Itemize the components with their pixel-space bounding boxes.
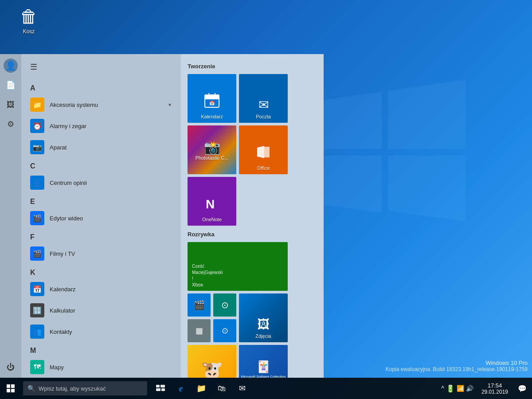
recycle-bin-icon: 🗑	[20, 7, 38, 27]
svg-rect-5	[264, 147, 270, 157]
left-sidebar: 👤 📄 🖼 ⚙ ⏻	[0, 54, 21, 378]
section-letter-k: K	[26, 264, 176, 278]
volume-icon[interactable]: 🔊	[466, 385, 473, 392]
explorer-taskbar-icon[interactable]: 📁	[192, 379, 211, 398]
svg-rect-11	[156, 385, 160, 387]
tile-friends[interactable]: 🐮	[188, 345, 236, 378]
edge-taskbar-icon[interactable]: e	[171, 379, 191, 398]
app-item-filmy[interactable]: 🎬 Filmy i TV	[26, 243, 176, 264]
search-placeholder-text: Wpisz tutaj, aby wyszukać	[39, 385, 106, 392]
app-name-centrum: Centrum opinii	[50, 180, 87, 186]
tile-small-camera-icon: ⊙	[222, 326, 228, 336]
xbox-label: Xbox	[192, 282, 223, 287]
app-icon-edytor: 🎬	[30, 211, 44, 225]
windows-logo-watermark	[324, 80, 466, 222]
win-edition: Windows 10 Pro	[386, 360, 528, 366]
tile-kalendarz-icon: 📅	[203, 91, 221, 112]
section-letter-m: M	[26, 342, 176, 356]
tile-onenote-icon: N	[204, 196, 220, 215]
tile-xbox[interactable]: CześćMaciejGajewski! Xbox	[188, 242, 288, 291]
app-list: A 📁 Akcesoria systemu ▼ ⏰ Alarmy i zegar…	[21, 80, 181, 378]
section-letter-f: F	[26, 229, 176, 243]
start-menu: 👤 📄 🖼 ⚙ ⏻ ☰ A 📁 Akcesoria systemu ▼ ⏰	[0, 54, 324, 378]
app-icon-akcesoria: 📁	[30, 98, 44, 112]
tile-small-groove[interactable]: ⊙	[213, 293, 236, 317]
tile-small-calc-icon: ▦	[196, 326, 203, 336]
tile-onenote[interactable]: N OneNote	[188, 177, 236, 226]
tile-zdjecia[interactable]: 🖼 Zdjęcia	[239, 293, 288, 342]
system-clock[interactable]: 17:54 29.01.2019	[477, 382, 512, 395]
store-taskbar-icon[interactable]: 🛍	[212, 379, 231, 398]
tile-office-label: Office	[257, 165, 270, 171]
sidebar-documents[interactable]: 📄	[2, 76, 20, 94]
app-icon-alarmy: ⏰	[30, 119, 44, 133]
taskbar-right: ^ 🔋 📶 🔊 17:54 29.01.2019 💬	[438, 379, 532, 398]
app-item-kontakty[interactable]: 👥 Kontakty	[26, 321, 176, 342]
app-name-alarmy: Alarmy i zegar	[50, 123, 86, 129]
chevron-up-icon[interactable]: ^	[441, 385, 444, 392]
start-button[interactable]	[0, 378, 21, 399]
hamburger-menu[interactable]: ☰	[21, 54, 181, 80]
tiles-row-2: 📸 Phototastic C... Office	[188, 125, 317, 226]
sidebar-photos[interactable]: 🖼	[2, 96, 20, 113]
app-item-mapy[interactable]: 🗺 Mapy	[26, 356, 176, 378]
tiles-panel: Tworzenie 📅 Kalendarz	[181, 54, 324, 378]
section-letter-e: E	[26, 193, 176, 207]
tiles-row-games-1: 🐮 🃏 Microsoft Solitaire Collection 🍬	[188, 345, 317, 378]
svg-rect-12	[160, 385, 165, 387]
app-item-kalendarz[interactable]: 📅 Kalendarz	[26, 278, 176, 300]
app-icon-filmy: 🎬	[30, 246, 44, 261]
tile-phototastic[interactable]: 📸 Phototastic C...	[188, 125, 236, 174]
task-view-button[interactable]	[151, 379, 170, 398]
svg-rect-10	[11, 389, 15, 392]
app-name-kalkulator: Kalkulator	[50, 307, 75, 314]
app-icon-kalkulator: 🔢	[30, 303, 44, 317]
app-item-edytor[interactable]: 🎬 Edytor wideo	[26, 207, 176, 229]
tile-office-icon	[255, 144, 271, 164]
tile-small-camera[interactable]: ⊙	[213, 319, 236, 342]
app-item-alarmy[interactable]: ⏰ Alarmy i zegar	[26, 115, 176, 137]
xbox-tile-content: CześćMaciejGajewski! Xbox	[192, 263, 223, 287]
tile-kalendarz[interactable]: 📅 Kalendarz	[188, 74, 236, 123]
tile-poczta-icon: ✉	[258, 98, 269, 112]
app-item-centrum[interactable]: 👤 Centrum opinii	[26, 172, 176, 193]
app-item-aparat[interactable]: 📷 Aparat	[26, 137, 176, 158]
clock-date: 29.01.2019	[481, 389, 508, 395]
svg-rect-8	[11, 384, 15, 388]
xbox-greeting: CześćMaciejGajewski!	[192, 263, 223, 282]
search-icon: 🔍	[27, 385, 35, 392]
app-name-kalendarz: Kalendarz	[50, 286, 76, 293]
sidebar-avatar[interactable]: 👤	[4, 59, 18, 73]
app-name-edytor: Edytor wideo	[50, 215, 83, 222]
recycle-bin[interactable]: 🗑 Kosz	[13, 7, 44, 35]
app-icon-kontakty: 👥	[30, 325, 44, 339]
app-icon-mapy: 🗺	[30, 360, 44, 374]
clock-time: 17:54	[488, 382, 502, 389]
sidebar-power[interactable]: ⏻	[2, 358, 20, 376]
tile-small-films[interactable]: 🎬	[188, 293, 211, 317]
tile-office[interactable]: Office	[239, 125, 288, 174]
notification-center-button[interactable]: 💬	[512, 379, 532, 398]
app-list-panel: ☰ A 📁 Akcesoria systemu ▼ ⏰ Alarmy i zeg…	[21, 54, 181, 378]
tile-poczta[interactable]: ✉ Poczta	[239, 74, 288, 123]
app-item-akcesoria[interactable]: 📁 Akcesoria systemu ▼	[26, 94, 176, 115]
svg-rect-7	[7, 384, 10, 388]
expand-arrow-akcesoria: ▼	[168, 102, 172, 107]
app-item-kalkulator[interactable]: 🔢 Kalkulator	[26, 300, 176, 321]
win-build: Kopia ewaluacyjna. Build 18323.19h1_rele…	[386, 366, 528, 372]
recycle-bin-label: Kosz	[23, 28, 35, 35]
tile-solitaire[interactable]: 🃏 Microsoft Solitaire Collection	[239, 345, 288, 378]
mail-taskbar-icon[interactable]: ✉	[232, 379, 252, 398]
tile-zdjecia-label: Zdjęcia	[255, 333, 271, 339]
tile-kalendarz-label: Kalendarz	[201, 114, 223, 119]
taskbar-search-box[interactable]: 🔍 Wpisz tutaj, aby wyszukać	[23, 381, 147, 395]
battery-icon: 🔋	[446, 384, 455, 393]
tile-small-calc[interactable]: ▦	[188, 319, 211, 342]
tile-friends-bg: 🐮	[188, 345, 236, 378]
tile-poczta-label: Poczta	[256, 114, 271, 119]
taskbar: 🔍 Wpisz tutaj, aby wyszukać e 📁 🛍	[0, 378, 532, 399]
app-name-filmy: Filmy i TV	[50, 250, 75, 257]
sidebar-settings[interactable]: ⚙	[2, 115, 20, 133]
tile-small-groove-icon: ⊙	[221, 300, 229, 310]
app-name-mapy: Mapy	[50, 364, 64, 371]
